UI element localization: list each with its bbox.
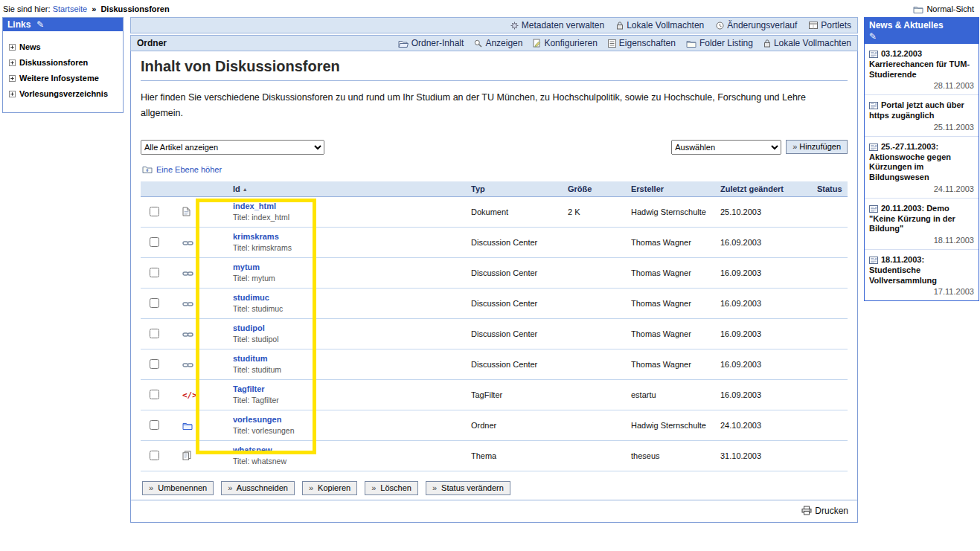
edit-pencil-icon[interactable]: ✎ xyxy=(36,20,44,29)
table-header-label: Größe xyxy=(568,184,592,193)
toolbar-action-metadaten-verwalten[interactable]: Metadaten verwalten xyxy=(510,20,604,30)
right-sidebar: News & Aktuelles ✎ 03.12.2003 Karrierech… xyxy=(864,17,979,301)
row-checkbox[interactable] xyxy=(150,237,159,247)
news-list-item[interactable]: 18.11.2003: Studentische Vollversammlung… xyxy=(865,249,979,300)
row-checkbox[interactable] xyxy=(150,420,159,430)
toolbar-action-label: Portlets xyxy=(821,20,851,30)
chevron-icon: » xyxy=(371,483,376,492)
lock-icon xyxy=(616,21,624,30)
row-checkbox-cell xyxy=(141,257,178,288)
sidebar-item-news[interactable]: News xyxy=(9,42,117,51)
news-list-item[interactable]: Portal jetzt auch über https zugänglich2… xyxy=(865,94,979,136)
umbenennen-button[interactable]: » Umbenennen xyxy=(142,481,214,495)
row-checkbox[interactable] xyxy=(150,329,159,338)
button-label: Kopieren xyxy=(316,483,350,492)
row-ersteller-cell: Hadwig Sternschulte xyxy=(627,410,716,440)
news-list-item[interactable]: 25.-27.11.2003: Aktionswoche gegen Kürzu… xyxy=(865,136,979,198)
item-id-link[interactable]: studimuc xyxy=(233,293,269,302)
table-header-status[interactable]: Status xyxy=(813,181,848,197)
left-sidebar: Links ✎ NewsDiskussionsforenWeitere Info… xyxy=(2,17,124,113)
row-checkbox[interactable] xyxy=(150,268,159,277)
table-header-zuletzt-geändert[interactable]: Zuletzt geändert xyxy=(716,181,813,197)
kopieren-button[interactable]: » Kopieren xyxy=(302,481,357,495)
table-header-typ[interactable]: Typ xyxy=(467,181,563,197)
tab-anzeigen[interactable]: Anzeigen xyxy=(474,38,522,48)
folder-blue-icon xyxy=(182,422,193,430)
edit-pencil-icon[interactable]: ✎ xyxy=(869,32,974,41)
row-groesse-cell xyxy=(563,288,627,318)
item-id-link[interactable]: vorlesungen xyxy=(233,415,281,424)
row-id-cell: krimskramsTitel: krimskrams xyxy=(214,227,467,257)
news-list-item[interactable]: 03.12.2003 Karrierechancen für TUM-Studi… xyxy=(865,44,979,94)
newspaper-icon xyxy=(869,51,878,58)
ausschneiden-button[interactable]: » Ausschneiden xyxy=(221,481,295,495)
löschen-button[interactable]: » Löschen xyxy=(365,481,418,495)
print-link[interactable]: Drucken xyxy=(801,506,848,516)
tab-folder-listing[interactable]: Folder Listing xyxy=(686,38,753,48)
row-checkbox[interactable] xyxy=(150,451,159,460)
tab-ordner-inhalt[interactable]: Ordner-Inhalt xyxy=(398,38,464,48)
breadcrumb-home-link[interactable]: Startseite xyxy=(53,4,87,13)
tab-label: Eigenschaften xyxy=(619,38,676,48)
item-id-link[interactable]: studitum xyxy=(233,354,267,363)
toolbar-action-portlets[interactable]: Portlets xyxy=(809,20,851,30)
row-geaendert-cell: 16.09.2003 xyxy=(716,288,813,318)
tab-konfigurieren[interactable]: Konfigurieren xyxy=(533,38,597,48)
link-icon xyxy=(182,331,193,338)
item-id-link[interactable]: studipol xyxy=(233,323,265,332)
toolbar-action-label: Metadaten verwalten xyxy=(522,20,604,30)
toolbar-action-lokale-vollmachten[interactable]: Lokale Vollmachten xyxy=(616,20,704,30)
button-label: Löschen xyxy=(378,483,411,492)
links-portlet-title: Links xyxy=(7,19,31,30)
article-filter-select[interactable]: Alle Artikel anzeigen xyxy=(141,140,324,155)
row-typ-cell: Discussion Center xyxy=(467,288,563,318)
table-row: mytumTitel: mytumDiscussion CenterThomas… xyxy=(141,257,848,288)
row-groesse-cell xyxy=(563,379,627,410)
table-row: krimskramsTitel: krimskramsDiscussion Ce… xyxy=(141,227,848,257)
add-item-select[interactable]: Auswählen xyxy=(671,140,781,155)
row-id-cell: whatsnewTitel: whatsnew xyxy=(214,440,467,471)
status-verändern-button[interactable]: » Status verändern xyxy=(426,481,510,495)
sort-asc-icon: ▲ xyxy=(243,187,248,192)
item-id-link[interactable]: Tagfilter xyxy=(233,384,265,393)
news-item-title: 18.11.2003: Studentische Vollversammlung xyxy=(869,255,974,286)
up-one-level-link[interactable]: Eine Ebene höher xyxy=(142,165,222,174)
newspaper-icon xyxy=(869,205,878,213)
row-checkbox[interactable] xyxy=(150,390,159,399)
table-header-größe[interactable]: Größe xyxy=(563,181,627,197)
item-id-link[interactable]: index_html xyxy=(233,202,276,210)
row-typ-cell: Ordner xyxy=(467,410,563,440)
tab-lokale-vollmachten[interactable]: Lokale Vollmachten xyxy=(763,38,851,48)
row-checkbox[interactable] xyxy=(150,298,159,308)
table-header-ersteller[interactable]: Ersteller xyxy=(627,181,716,197)
edit-icon xyxy=(533,39,541,48)
row-ersteller-cell: Thomas Wagner xyxy=(627,349,716,379)
row-ersteller-cell: theseus xyxy=(627,440,716,471)
sidebar-item-vorlesungsverzeichnis[interactable]: Vorlesungsverzeichnis xyxy=(9,89,117,98)
add-button[interactable]: »Hinzufügen xyxy=(786,140,848,154)
content-area: Inhalt von Diskussionsforen Hier finden … xyxy=(130,51,858,523)
item-id-link[interactable]: mytum xyxy=(233,262,260,271)
row-status-cell xyxy=(813,318,848,349)
row-status-cell xyxy=(813,227,848,257)
row-checkbox[interactable] xyxy=(150,359,159,369)
table-header-id[interactable]: Id▲ xyxy=(214,181,467,197)
sidebar-item-diskussionsforen[interactable]: Diskussionsforen xyxy=(9,58,117,67)
news-list-item[interactable]: 20.11.2003: Demo "Keine Kürzung in der B… xyxy=(865,198,979,249)
row-checkbox[interactable] xyxy=(150,207,159,216)
table-row: studitumTitel: studitumDiscussion Center… xyxy=(141,349,848,379)
tab-eigenschaften[interactable]: Eigenschaften xyxy=(608,38,676,48)
row-ersteller-cell: Thomas Wagner xyxy=(627,318,716,349)
folder-open-icon xyxy=(398,39,409,48)
row-status-cell xyxy=(813,196,848,227)
toolbar-action-änderungsverlauf[interactable]: Änderungsverlauf xyxy=(716,20,797,30)
sidebar-item-weitere-infosysteme[interactable]: Weitere Infosysteme xyxy=(9,74,117,83)
row-status-cell xyxy=(813,410,848,440)
view-mode[interactable]: Normal-Sicht xyxy=(913,4,974,13)
table-header-label: Id xyxy=(233,184,240,193)
row-id-cell: studipolTitel: studipol xyxy=(214,318,467,349)
item-id-link[interactable]: whatsnew xyxy=(233,445,272,454)
item-id-link[interactable]: krimskrams xyxy=(233,232,279,241)
news-portlet: News & Aktuelles ✎ 03.12.2003 Karrierech… xyxy=(864,17,979,301)
row-id-cell: studimucTitel: studimuc xyxy=(214,288,467,318)
